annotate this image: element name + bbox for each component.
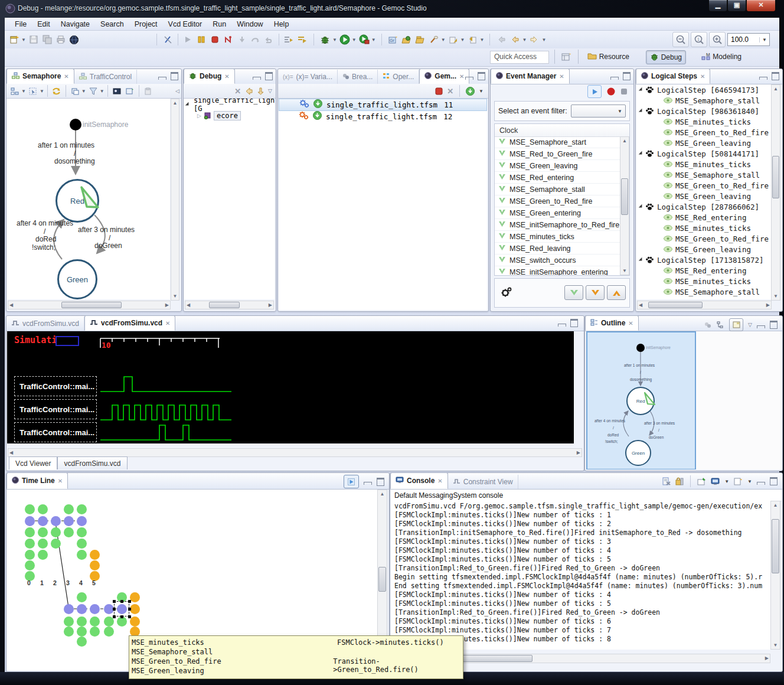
clear-console-icon[interactable] <box>662 477 671 485</box>
selection-handle[interactable] <box>120 600 123 603</box>
use-step-filters-icon[interactable] <box>296 34 308 45</box>
clock-row[interactable]: MSE_Red_to_Green_fire <box>495 148 621 160</box>
view-menu-icon[interactable]: ▽ <box>748 322 752 328</box>
back-dropdown-icon[interactable]: ▼ <box>522 37 527 43</box>
event-play-button[interactable] <box>587 85 602 98</box>
engine-shield-icon[interactable] <box>466 87 475 96</box>
minimize-view-icon[interactable] <box>757 482 765 485</box>
tab-vcd-front[interactable]: vcdFromSimu.vcd ✕ <box>84 315 175 331</box>
tab-close-icon[interactable]: ✕ <box>559 73 564 80</box>
timeline-dot[interactable] <box>25 560 35 570</box>
maximize-view-icon[interactable] <box>171 72 178 80</box>
outline-overview-box[interactable]: initSemaphore after 1 on minutes / dosom… <box>586 331 696 469</box>
vcd-waveform[interactable] <box>100 377 231 392</box>
clock-row[interactable]: MSE_Semaphore_stall <box>495 184 621 195</box>
tab-timeline[interactable]: Time Line ✕ <box>6 472 68 489</box>
perspective-modeling[interactable]: M Modeling <box>698 50 745 63</box>
mse-event-row[interactable]: MSE_minutes_ticks <box>636 276 772 286</box>
forward-dropdown-icon[interactable]: ▼ <box>541 37 546 43</box>
minimize-button[interactable]: ▁ <box>708 0 727 12</box>
settings-gear-icon[interactable] <box>501 287 512 299</box>
selection-box[interactable] <box>114 601 129 616</box>
tab-vcd-viewer[interactable]: Vcd Viewer <box>9 456 57 469</box>
logical-step-row[interactable]: LogicalStep [1713815872] <box>636 255 772 265</box>
selection-handle[interactable] <box>128 608 131 611</box>
timeline-dot[interactable] <box>77 616 87 627</box>
update-dropdown-icon[interactable]: ▼ <box>480 37 485 43</box>
tab-event-manager[interactable]: Event Manager ✕ <box>491 68 570 84</box>
expander-icon[interactable] <box>639 109 643 113</box>
timeline-dot[interactable] <box>25 527 35 537</box>
selection-handle[interactable] <box>113 608 116 611</box>
tab-constraint-view[interactable]: Constraint View <box>448 475 518 489</box>
back-disabled-icon[interactable] <box>495 34 507 45</box>
tab-trafficcontrol[interactable]: TrafficControl <box>74 70 137 84</box>
selection-handle[interactable] <box>113 615 116 618</box>
debug-hscrollbar[interactable]: ◀▶ <box>185 301 274 309</box>
menu-project[interactable]: Project <box>129 19 163 30</box>
external-tools-icon[interactable] <box>358 34 370 45</box>
mse-event-row[interactable]: MSE_Green_leaving <box>636 138 772 148</box>
tab-close-icon[interactable]: ✕ <box>700 73 705 80</box>
engine-row[interactable]: single_traffic_light.tfsm11 <box>279 99 487 111</box>
menu-help[interactable]: Help <box>269 19 295 30</box>
commit-icon[interactable] <box>447 34 459 45</box>
tab-vcdfromsimu[interactable]: vcdFromSimu.vcd <box>57 456 127 469</box>
mse-event-row[interactable]: MSE_minutes_ticks <box>636 116 772 127</box>
timeline-dot[interactable] <box>130 592 140 602</box>
timeline-dot[interactable] <box>104 616 114 627</box>
view-menu-icon[interactable]: ▽ <box>268 88 272 94</box>
refresh-icon[interactable] <box>51 85 63 97</box>
new-representation-icon[interactable]: Gr <box>387 34 399 45</box>
step-into-icon[interactable] <box>236 34 248 45</box>
back-icon[interactable] <box>509 34 521 45</box>
zoom-out-icon[interactable] <box>672 32 689 47</box>
timeline-dot[interactable] <box>51 539 61 549</box>
step-return-icon[interactable] <box>263 34 275 45</box>
tab-console[interactable]: Console ✕ <box>390 472 448 489</box>
clock-row[interactable]: MSE_initSemaphore_entering <box>495 266 621 275</box>
update-icon[interactable] <box>467 34 479 45</box>
search-globe-icon[interactable] <box>68 34 80 45</box>
display-console-icon[interactable] <box>711 478 720 485</box>
logical-step-row[interactable]: LogicalStep [646594173] <box>636 84 772 95</box>
scroll-lock-icon[interactable] <box>675 477 684 485</box>
minimize-view-icon[interactable] <box>158 77 166 80</box>
maximize-view-icon[interactable] <box>478 72 485 80</box>
expander-icon[interactable] <box>639 151 643 156</box>
tab-breakpoints[interactable]: Brea... <box>338 70 378 84</box>
maximize-view-icon[interactable] <box>770 477 778 485</box>
mse-event-row[interactable]: MSE_minutes_ticks <box>636 159 772 169</box>
select-mode-dropdown-icon[interactable]: ▼ <box>40 89 44 94</box>
clock-row[interactable]: MSE_Green_entering <box>495 207 621 219</box>
debug-bug-icon[interactable] <box>319 34 331 45</box>
timeline-dot[interactable] <box>130 604 140 614</box>
tab-close-icon[interactable]: ✕ <box>224 73 229 80</box>
minimize-view-icon[interactable] <box>465 77 473 80</box>
tab-logical-steps[interactable]: Logical Steps ✕ <box>636 68 710 84</box>
clock-vscrollbar[interactable]: ▲▼ <box>620 136 629 275</box>
mse-event-row[interactable]: MSE_Semaphore_stall <box>636 95 772 106</box>
tab-close-icon[interactable]: ✕ <box>437 478 442 484</box>
mse-event-row[interactable]: MSE_Green_to_Red_fire <box>636 180 772 191</box>
timeline-dot[interactable] <box>90 550 100 560</box>
timeline-dot[interactable] <box>25 539 35 549</box>
timeline-dot[interactable] <box>25 516 35 526</box>
steps-hscrollbar[interactable]: ◀▶ <box>637 301 772 309</box>
timeline-dot[interactable] <box>64 516 74 526</box>
tab-close-icon[interactable]: ✕ <box>64 73 68 80</box>
tab-close-icon[interactable]: ✕ <box>58 478 63 484</box>
timeline-dot[interactable] <box>51 516 61 526</box>
mse-event-row[interactable]: MSE_Red_entering <box>636 212 772 223</box>
diagram-vscrollbar[interactable]: ▲▼ <box>171 99 179 301</box>
zoom-original-icon[interactable]: 1 <box>691 32 707 47</box>
initial-state-dot[interactable] <box>70 119 81 131</box>
logical-step-row[interactable]: LogicalStep [508144171] <box>636 148 772 159</box>
logical-step-row[interactable]: LogicalStep [287866062] <box>636 201 772 212</box>
maximize-view-icon[interactable] <box>377 478 384 486</box>
run-dropdown-icon[interactable]: ▼ <box>352 37 357 43</box>
pin-console-icon[interactable] <box>697 477 706 485</box>
engine-remove-icon[interactable]: ✕ <box>447 87 453 96</box>
remove-terminated-icon[interactable]: ✕ <box>234 87 241 96</box>
expander-icon[interactable] <box>185 102 190 106</box>
